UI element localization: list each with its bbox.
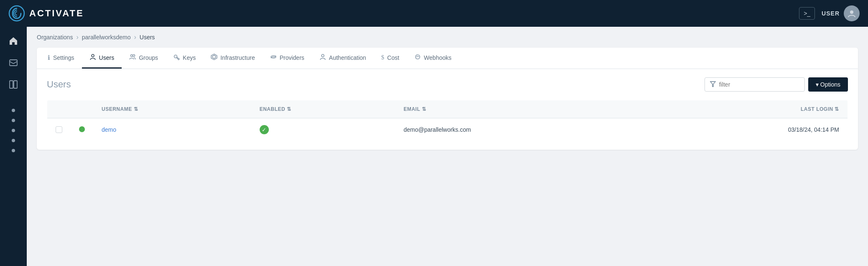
td-last-login: 03/18/24, 04:14 PM	[646, 118, 848, 141]
svg-rect-4	[14, 81, 17, 88]
row-checkbox[interactable]	[56, 126, 62, 133]
options-button[interactable]: ▾ Options	[808, 77, 848, 92]
th-last-login[interactable]: LAST LOGIN ⇅	[646, 100, 848, 118]
tab-providers[interactable]: Providers	[263, 48, 312, 69]
tab-keys[interactable]: Keys	[166, 48, 203, 69]
users-controls: ▾ Options	[705, 77, 848, 92]
tab-webhooks-label: Webhooks	[424, 54, 452, 61]
authentication-icon	[319, 54, 326, 61]
status-dot	[79, 126, 85, 132]
sidebar-item-panel[interactable]	[6, 77, 21, 92]
tab-cost-label: Cost	[387, 54, 399, 61]
tab-keys-label: Keys	[183, 54, 196, 61]
sidebar-dot-3	[12, 129, 15, 132]
tab-users[interactable]: Users	[82, 48, 122, 69]
svg-point-5	[92, 54, 94, 57]
th-enabled[interactable]: ENABLED ⇅	[251, 100, 395, 118]
infrastructure-icon	[211, 54, 217, 61]
tab-authentication-label: Authentication	[329, 54, 366, 61]
filter-wrapper	[705, 77, 805, 92]
tab-settings-label: Settings	[53, 54, 74, 61]
th-checkbox	[47, 100, 71, 118]
th-username[interactable]: USERNAME ⇅	[93, 100, 251, 118]
avatar	[844, 5, 860, 21]
td-checkbox	[47, 118, 71, 141]
user-area: USER	[822, 5, 860, 21]
logo-text: ACTIVATE	[29, 8, 84, 19]
td-enabled: ✓	[251, 118, 395, 141]
table-header-row: USERNAME ⇅ ENABLED ⇅ EMAIL ⇅ LAST LOGIN …	[47, 100, 848, 118]
logo-icon	[8, 5, 25, 22]
tab-authentication[interactable]: Authentication	[312, 48, 374, 69]
table-row: demo ✓ demo@parallelworks.com 03/18/24, …	[47, 118, 848, 141]
username-link[interactable]: demo	[102, 126, 116, 133]
svg-point-1	[850, 10, 853, 14]
filter-icon	[710, 81, 716, 88]
user-label: USER	[822, 10, 840, 17]
content-area: Organizations › parallelworksdemo › User…	[27, 27, 868, 266]
svg-marker-10	[212, 55, 216, 59]
sidebar-dot-1	[12, 109, 15, 112]
svg-rect-3	[10, 81, 13, 88]
breadcrumb-organizations[interactable]: Organizations	[37, 34, 73, 41]
users-section: Users ▾ Options	[37, 69, 858, 150]
tab-groups-label: Groups	[139, 54, 158, 61]
enabled-check: ✓	[260, 125, 269, 134]
th-status	[71, 100, 93, 118]
keys-icon	[173, 54, 180, 61]
td-status	[71, 118, 93, 141]
tab-providers-label: Providers	[280, 54, 304, 61]
svg-marker-13	[710, 82, 715, 87]
svg-point-7	[133, 55, 135, 57]
users-table: USERNAME ⇅ ENABLED ⇅ EMAIL ⇅ LAST LOGIN …	[47, 100, 848, 141]
tab-settings[interactable]: ℹ Settings	[40, 48, 82, 69]
svg-marker-9	[211, 54, 217, 60]
svg-point-12	[322, 54, 324, 57]
tab-webhooks[interactable]: Webhooks	[407, 48, 459, 69]
tab-infrastructure-label: Infrastructure	[220, 54, 255, 61]
th-email[interactable]: EMAIL ⇅	[395, 100, 646, 118]
sidebar-dot-2	[12, 119, 15, 122]
groups-icon	[129, 54, 136, 61]
navbar-right: >_ USER	[799, 5, 860, 21]
tab-bar: ℹ Settings Users	[37, 48, 858, 69]
tab-cost[interactable]: $ Cost	[374, 48, 407, 69]
main-layout: Organizations › parallelworksdemo › User…	[0, 27, 868, 266]
users-icon	[89, 54, 96, 61]
providers-icon	[270, 54, 277, 61]
breadcrumb: Organizations › parallelworksdemo › User…	[37, 33, 858, 41]
sidebar	[0, 27, 27, 266]
sidebar-item-home[interactable]	[6, 33, 21, 49]
table-body: demo ✓ demo@parallelworks.com 03/18/24, …	[47, 118, 848, 141]
tab-infrastructure[interactable]: Infrastructure	[203, 48, 262, 69]
td-email: demo@parallelworks.com	[395, 118, 646, 141]
breadcrumb-sep-2: ›	[134, 33, 136, 41]
tab-users-label: Users	[99, 54, 115, 61]
sidebar-dot-4	[12, 139, 15, 142]
logo: ACTIVATE	[8, 5, 84, 22]
breadcrumb-sep-1: ›	[76, 33, 78, 41]
webhooks-icon	[414, 54, 421, 61]
users-header: Users ▾ Options	[47, 77, 848, 92]
terminal-button[interactable]: >_	[799, 7, 815, 20]
navbar: ACTIVATE >_ USER	[0, 0, 868, 27]
settings-icon: ℹ	[48, 54, 50, 61]
sidebar-dot-5	[12, 149, 15, 152]
breadcrumb-org-name[interactable]: parallelworksdemo	[82, 34, 131, 41]
breadcrumb-current: Users	[140, 34, 155, 41]
tab-groups[interactable]: Groups	[122, 48, 166, 69]
sidebar-item-inbox[interactable]	[6, 55, 21, 70]
cost-icon: $	[381, 54, 385, 61]
td-username: demo	[93, 118, 251, 141]
filter-input[interactable]	[719, 78, 799, 91]
users-title: Users	[47, 79, 71, 90]
main-card: ℹ Settings Users	[37, 48, 858, 150]
svg-rect-2	[10, 60, 17, 66]
